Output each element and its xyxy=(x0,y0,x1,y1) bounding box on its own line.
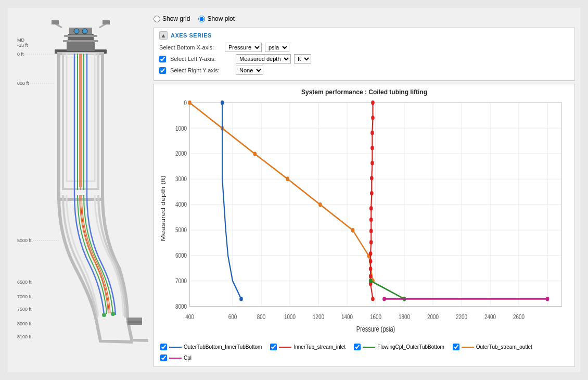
collapse-button[interactable]: ▲ xyxy=(159,31,168,40)
svg-rect-9 xyxy=(64,35,97,37)
legend-checkbox-outer-tub-stream-outlet[interactable] xyxy=(453,344,459,350)
legend-checkbox-inner-tub-stream[interactable] xyxy=(270,344,277,350)
svg-text:MD: MD xyxy=(17,37,24,43)
left-y-label: Select Left Y-axis: xyxy=(170,56,233,62)
svg-text:Measured depth (ft): Measured depth (ft) xyxy=(160,175,167,241)
bottom-x-unit-select[interactable]: psia xyxy=(265,43,289,52)
svg-point-91 xyxy=(318,202,322,207)
svg-point-111 xyxy=(371,297,375,301)
svg-text:-33 ft: -33 ft xyxy=(17,43,28,48)
svg-text:7000: 7000 xyxy=(175,277,187,285)
radio-row: Show grid Show plot xyxy=(154,13,575,24)
svg-point-107 xyxy=(369,259,373,263)
show-plot-label[interactable]: Show plot xyxy=(198,15,235,22)
svg-text:1000: 1000 xyxy=(284,313,296,321)
svg-text:2600: 2600 xyxy=(513,313,525,321)
svg-text:2200: 2200 xyxy=(456,313,467,321)
svg-text:600: 600 xyxy=(228,313,237,321)
svg-point-114 xyxy=(221,100,224,105)
svg-text:400: 400 xyxy=(185,313,194,321)
legend-label-outer-tub-bottom: OuterTubBottom_InnerTubBottom xyxy=(184,344,262,350)
svg-text:1400: 1400 xyxy=(341,313,353,321)
legend-label-outer-tub-stream-outlet: OuterTub_stream_outlet xyxy=(476,344,532,350)
svg-point-96 xyxy=(371,116,375,120)
svg-text:8100 ft: 8100 ft xyxy=(17,334,32,339)
svg-point-115 xyxy=(239,297,243,301)
svg-text:2400: 2400 xyxy=(484,313,496,321)
svg-text:8000 ft: 8000 ft xyxy=(17,321,32,326)
svg-point-105 xyxy=(369,240,373,245)
svg-point-99 xyxy=(370,161,374,166)
svg-rect-14 xyxy=(103,20,110,24)
legend-item-flowing-cpl: FlowingCpl_OuterTubBottom xyxy=(354,344,444,350)
legend-item-inner-tub-stream: InnerTub_stream_inlet xyxy=(270,344,346,350)
svg-point-7 xyxy=(74,29,79,34)
show-grid-radio[interactable] xyxy=(154,16,160,22)
axes-row-left-y: Select Left Y-axis: Measured depth ft xyxy=(159,54,569,64)
svg-point-8 xyxy=(82,29,87,34)
chart-container: System performance : Coiled tubing lifti… xyxy=(154,84,575,367)
legend-line-inner-tub-stream xyxy=(279,347,291,348)
svg-rect-4 xyxy=(67,42,95,51)
bottom-x-select[interactable]: Pressure xyxy=(225,43,262,52)
left-y-unit-select[interactable]: ft xyxy=(294,54,311,64)
legend-checkbox-flowing-cpl[interactable] xyxy=(354,344,361,350)
bottom-x-label: Select Bottom X-axis: xyxy=(159,44,222,50)
show-grid-label[interactable]: Show grid xyxy=(154,15,190,22)
svg-point-95 xyxy=(371,100,375,105)
svg-point-102 xyxy=(369,206,373,211)
right-y-checkbox[interactable] xyxy=(159,67,166,74)
legend-line-outer-tub-stream-outlet xyxy=(462,347,474,348)
svg-rect-10 xyxy=(63,40,98,42)
left-y-select[interactable]: Measured depth xyxy=(236,54,291,64)
left-y-checkbox[interactable] xyxy=(159,56,166,62)
svg-text:2000: 2000 xyxy=(427,313,439,321)
axes-title: AXES SERIES xyxy=(171,32,212,39)
svg-text:800 ft: 800 ft xyxy=(17,81,29,86)
legend-area: OuterTubBottom_InnerTubBottom InnerTub_s… xyxy=(158,340,570,362)
legend-item-outer-tub-bottom: OuterTubBottom_InnerTubBottom xyxy=(160,344,262,350)
svg-point-40 xyxy=(111,312,115,316)
svg-text:8000: 8000 xyxy=(175,303,187,310)
legend-label-flowing-cpl: FlowingCpl_OuterTubBottom xyxy=(377,344,444,350)
legend-checkbox-outer-tub-bottom[interactable] xyxy=(160,344,167,350)
svg-point-100 xyxy=(370,176,374,181)
svg-text:1800: 1800 xyxy=(399,313,410,321)
main-container: MD -33 ft 0 ft 800 ft xyxy=(8,8,580,372)
legend-label-cpl: Cpl xyxy=(184,355,191,361)
axes-header: ▲ AXES SERIES xyxy=(159,31,569,40)
svg-text:1200: 1200 xyxy=(313,313,324,321)
svg-point-92 xyxy=(351,228,355,233)
show-plot-text: Show plot xyxy=(207,15,235,22)
svg-point-101 xyxy=(370,191,374,196)
svg-point-108 xyxy=(369,267,373,271)
svg-text:0: 0 xyxy=(184,99,187,106)
svg-point-98 xyxy=(370,146,374,150)
svg-point-90 xyxy=(286,176,289,181)
axes-section: ▲ AXES SERIES Select Bottom X-axis: Pres… xyxy=(154,28,575,81)
svg-point-109 xyxy=(369,274,373,278)
right-y-select[interactable]: None xyxy=(236,66,263,75)
show-plot-radio[interactable] xyxy=(198,16,205,22)
right-panel: Show grid Show plot ▲ AXES SERIES Select… xyxy=(154,13,575,367)
legend-line-outer-tub-bottom xyxy=(169,347,182,348)
svg-point-104 xyxy=(369,229,373,233)
svg-point-116 xyxy=(382,297,386,301)
svg-point-112 xyxy=(369,278,373,283)
show-grid-text: Show grid xyxy=(162,15,190,22)
legend-label-inner-tub-stream: InnerTub_stream_inlet xyxy=(293,344,346,350)
svg-text:1600: 1600 xyxy=(370,313,381,321)
svg-point-89 xyxy=(253,152,257,157)
svg-point-117 xyxy=(546,297,549,301)
svg-text:3000: 3000 xyxy=(175,175,187,183)
svg-point-106 xyxy=(369,251,373,256)
chart-area: 400 600 800 1000 1200 1400 1600 1800 200… xyxy=(158,99,570,340)
wellbore-panel: MD -33 ft 0 ft 800 ft xyxy=(13,13,148,367)
svg-text:Pressure (psia): Pressure (psia) xyxy=(356,324,395,333)
svg-rect-13 xyxy=(52,20,59,24)
legend-checkbox-cpl[interactable] xyxy=(160,354,167,361)
legend-item-outer-tub-stream-outlet: OuterTub_stream_outlet xyxy=(453,344,532,350)
svg-text:0 ft: 0 ft xyxy=(17,52,24,57)
svg-text:7500 ft: 7500 ft xyxy=(17,307,32,312)
svg-point-103 xyxy=(369,218,373,222)
